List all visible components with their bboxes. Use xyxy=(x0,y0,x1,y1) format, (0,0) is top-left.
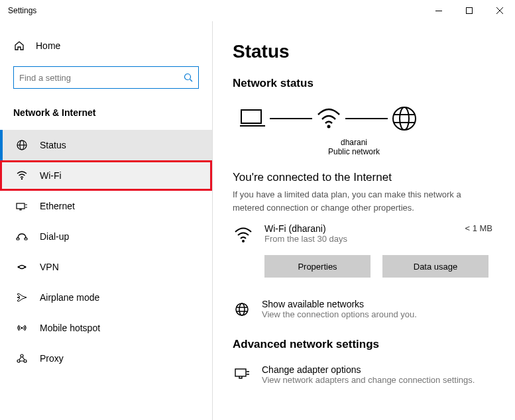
connection-buttons: Properties Data usage xyxy=(264,255,495,278)
sidebar-item-wifi[interactable]: Wi-Fi xyxy=(0,160,212,191)
sidebar: Home Network & Internet Status Wi-Fi E xyxy=(0,21,212,420)
globe-small-icon xyxy=(233,300,251,319)
connection-name: Wi-Fi (dharani) xyxy=(264,223,454,234)
window-title: Settings xyxy=(8,6,36,15)
home-nav[interactable]: Home xyxy=(0,34,212,57)
sidebar-item-label: Status xyxy=(40,140,66,150)
svg-point-2 xyxy=(185,74,191,80)
connection-period: From the last 30 days xyxy=(264,234,454,244)
window-controls xyxy=(424,0,515,21)
home-label: Home xyxy=(36,40,60,51)
connected-heading: You're connected to the Internet xyxy=(233,171,495,184)
svg-point-16 xyxy=(327,125,331,129)
diagram-line xyxy=(270,118,312,119)
sidebar-item-label: Mobile hotspot xyxy=(40,323,100,333)
status-icon xyxy=(16,139,28,151)
svg-rect-6 xyxy=(17,203,25,209)
wifi-icon xyxy=(16,170,28,182)
svg-rect-8 xyxy=(25,238,27,240)
sidebar-item-proxy[interactable]: Proxy xyxy=(0,343,212,374)
titlebar: Settings xyxy=(0,0,515,21)
close-icon xyxy=(496,7,503,14)
connection-usage: < 1 MB xyxy=(465,223,492,233)
main-panel: Status Network status dharani Public net… xyxy=(212,21,515,420)
minimize-button[interactable] xyxy=(424,0,454,21)
diagram-labels: dharani Public network xyxy=(317,138,390,156)
advanced-settings-heading: Advanced network settings xyxy=(233,338,495,351)
svg-point-17 xyxy=(393,107,416,130)
vpn-icon xyxy=(16,261,28,273)
show-networks-option[interactable]: Show available networks View the connect… xyxy=(233,299,495,319)
svg-rect-7 xyxy=(17,238,19,240)
sidebar-item-label: Wi-Fi xyxy=(40,170,62,181)
sidebar-item-hotspot[interactable]: Mobile hotspot xyxy=(0,313,212,343)
svg-rect-22 xyxy=(235,369,246,376)
show-networks-title: Show available networks xyxy=(262,299,417,309)
svg-point-19 xyxy=(242,240,245,242)
svg-point-13 xyxy=(17,360,20,362)
sidebar-item-label: Dial-up xyxy=(40,231,69,242)
properties-button[interactable]: Properties xyxy=(264,255,371,278)
connection-row: Wi-Fi (dharani) From the last 30 days < … xyxy=(233,223,495,246)
svg-point-20 xyxy=(236,303,248,315)
svg-point-12 xyxy=(21,354,23,357)
adapter-title: Change adapter options xyxy=(262,364,475,375)
svg-rect-15 xyxy=(241,110,261,123)
sidebar-item-label: Airplane mode xyxy=(40,292,99,303)
close-button[interactable] xyxy=(485,0,515,21)
computer-icon xyxy=(237,102,270,135)
sidebar-item-label: Proxy xyxy=(40,353,64,364)
svg-point-5 xyxy=(21,178,23,180)
search-box[interactable] xyxy=(13,66,199,89)
dialup-icon xyxy=(16,231,28,242)
proxy-icon xyxy=(16,352,28,364)
svg-rect-0 xyxy=(435,11,442,11)
hotspot-icon xyxy=(16,322,28,334)
sidebar-item-ethernet[interactable]: Ethernet xyxy=(0,191,212,221)
connected-desc: If you have a limited data plan, you can… xyxy=(233,188,485,214)
sidebar-item-vpn[interactable]: VPN xyxy=(0,252,212,282)
sidebar-item-dialup[interactable]: Dial-up xyxy=(0,221,212,252)
wifi-signal-icon xyxy=(312,102,345,135)
search-icon xyxy=(184,73,193,82)
sidebar-item-label: VPN xyxy=(40,262,59,272)
maximize-icon xyxy=(466,7,473,14)
adapter-options[interactable]: Change adapter options View network adap… xyxy=(233,364,495,385)
category-title: Network & Internet xyxy=(0,102,212,130)
svg-rect-1 xyxy=(467,8,473,14)
minimize-icon xyxy=(435,11,442,11)
svg-point-14 xyxy=(24,360,27,362)
ethernet-icon xyxy=(16,200,28,212)
adapter-icon xyxy=(233,366,251,384)
network-name: dharani xyxy=(317,138,390,147)
search-input[interactable] xyxy=(19,73,184,83)
maximize-button[interactable] xyxy=(454,0,485,21)
show-networks-desc: View the connection options around you. xyxy=(262,309,417,319)
network-diagram xyxy=(237,102,495,135)
diagram-line xyxy=(345,118,388,119)
connection-wifi-icon xyxy=(233,225,254,246)
home-icon xyxy=(13,40,25,52)
adapter-desc: View network adapters and change connect… xyxy=(262,375,475,385)
page-title: Status xyxy=(233,41,495,62)
svg-point-21 xyxy=(239,303,245,315)
sidebar-item-airplane[interactable]: Airplane mode xyxy=(0,282,212,313)
network-type: Public network xyxy=(317,147,390,156)
svg-point-18 xyxy=(400,107,409,130)
sidebar-item-label: Ethernet xyxy=(40,201,75,211)
data-usage-button[interactable]: Data usage xyxy=(382,255,488,278)
globe-icon xyxy=(388,102,421,135)
network-status-heading: Network status xyxy=(233,77,495,90)
airplane-icon xyxy=(16,291,28,303)
svg-point-11 xyxy=(21,327,23,329)
sidebar-item-status[interactable]: Status xyxy=(0,130,212,160)
